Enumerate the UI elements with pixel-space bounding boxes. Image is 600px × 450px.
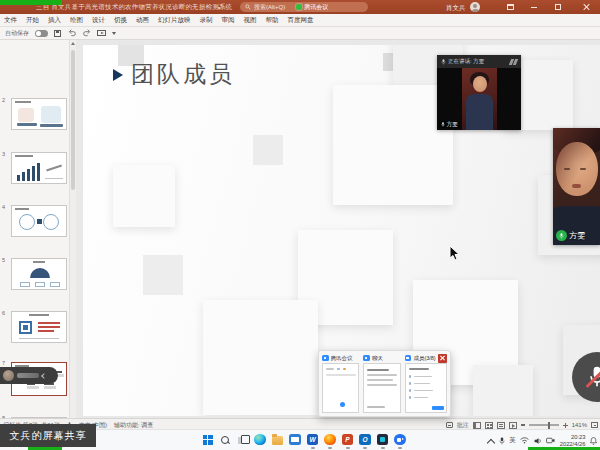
search-input[interactable]: 搜索(Alt+Q) 腾讯会议 xyxy=(240,2,368,12)
slideshow-view-icon[interactable] xyxy=(509,422,517,429)
title-bullet-triangle-icon xyxy=(113,69,123,81)
preview-chat[interactable]: 聊天 xyxy=(363,353,400,414)
taskbar-icon-edge[interactable] xyxy=(254,433,267,446)
tab-help[interactable]: 帮助 xyxy=(266,16,279,25)
slide-thumbnail-5[interactable] xyxy=(11,258,67,290)
speaking-header: 正在讲话: 方雯 xyxy=(437,55,521,68)
volume-icon[interactable] xyxy=(534,437,542,445)
camera-icon[interactable] xyxy=(546,437,555,444)
fit-slide-icon[interactable] xyxy=(591,422,598,428)
document-title: 三自 肖文兵基于高光谱技术的农作物营养状况诊断的无损检测系统 xyxy=(36,3,232,12)
undo-icon[interactable] xyxy=(67,29,76,38)
folder-icon xyxy=(272,436,284,445)
tray-mic-icon[interactable] xyxy=(499,437,505,445)
qat-dropdown-icon[interactable] xyxy=(112,32,116,35)
save-icon[interactable] xyxy=(54,30,61,37)
media-app-icon xyxy=(377,434,389,446)
taskbar-icon-start[interactable] xyxy=(201,433,214,446)
slide-title-block[interactable]: 团队成员 xyxy=(113,59,235,90)
zoom-level[interactable]: 141% xyxy=(572,422,587,428)
tab-animations[interactable]: 动画 xyxy=(136,16,149,25)
scroll-up-icon[interactable] xyxy=(71,42,75,45)
floating-notification-pill[interactable] xyxy=(0,367,58,384)
edge-icon xyxy=(254,434,266,446)
reading-view-icon[interactable] xyxy=(497,422,505,429)
taskbar-icon-firefox[interactable] xyxy=(324,433,337,446)
task-view-icon xyxy=(238,435,248,445)
close-button[interactable] xyxy=(578,0,594,14)
slide-thumbnail-6[interactable] xyxy=(11,311,67,343)
preview-thumbnail[interactable] xyxy=(322,363,359,413)
account-avatar[interactable] xyxy=(470,2,480,12)
input-method-indicator[interactable]: 英 xyxy=(509,436,516,445)
wifi-icon[interactable] xyxy=(520,437,529,444)
mail-icon xyxy=(289,434,301,446)
taskbar-icon-media-app[interactable] xyxy=(376,433,389,446)
notification-bell-icon[interactable] xyxy=(590,437,597,445)
panel-scrollbar[interactable] xyxy=(69,40,76,418)
speaker-video-thumbnail[interactable]: 方雯 xyxy=(437,68,521,130)
ribbon-display-options-button[interactable] xyxy=(502,0,518,14)
maximize-button[interactable] xyxy=(550,0,566,14)
mic-active-icon xyxy=(556,230,567,241)
outlook-icon: O xyxy=(359,434,371,446)
slide-thumbnail-2[interactable] xyxy=(11,98,67,130)
minimize-button[interactable] xyxy=(526,0,542,14)
normal-view-icon[interactable] xyxy=(473,422,481,429)
slide-number: 2 xyxy=(2,97,5,103)
preview-thumbnail[interactable] xyxy=(363,363,400,413)
taskbar-icon-word[interactable]: W xyxy=(306,433,319,446)
taskbar-icon-task-view[interactable] xyxy=(236,433,249,446)
tab-baidu-netdisk[interactable]: 百度网盘 xyxy=(288,16,314,25)
tab-review[interactable]: 审阅 xyxy=(222,16,235,25)
taskbar-icon-mail[interactable] xyxy=(289,433,302,446)
mic-icon xyxy=(441,59,446,65)
preview-members[interactable]: 成员(3/8) xyxy=(405,353,447,414)
speaker-name-tag: 方雯 xyxy=(439,121,460,128)
minimize-icon xyxy=(531,7,537,8)
zoom-out-icon[interactable] xyxy=(521,424,525,425)
screen-share-banner[interactable]: 文兵的屏幕共享 xyxy=(0,424,96,447)
close-preview-button[interactable] xyxy=(438,354,447,363)
preview-thumbnail[interactable] xyxy=(405,363,447,413)
slide-sorter-view-icon[interactable] xyxy=(485,422,493,429)
tab-home[interactable]: 开始 xyxy=(26,16,39,25)
tab-file[interactable]: 文件 xyxy=(4,16,17,25)
slide-thumbnail-3[interactable] xyxy=(11,152,67,184)
slide-thumbnail-4[interactable] xyxy=(11,205,67,237)
tab-view[interactable]: 视图 xyxy=(244,16,257,25)
autosave-toggle[interactable] xyxy=(35,30,48,37)
taskbar-icon-file-explorer[interactable] xyxy=(271,433,284,446)
slideshow-from-start-icon[interactable] xyxy=(97,30,106,37)
tab-design[interactable]: 设计 xyxy=(92,16,105,25)
tab-slideshow[interactable]: 幻灯片放映 xyxy=(158,16,191,25)
tray-expand-icon[interactable] xyxy=(488,438,494,444)
speaking-label: 正在讲话: 方雯 xyxy=(448,58,484,65)
tab-insert[interactable]: 插入 xyxy=(48,16,61,25)
taskbar-icon-search[interactable] xyxy=(219,433,232,446)
search-placeholder: 搜索(Alt+Q) xyxy=(254,3,285,12)
tab-record[interactable]: 录制 xyxy=(200,16,213,25)
account-name[interactable]: 肖文兵 xyxy=(446,4,466,13)
taskbar-icon-tencent-meeting[interactable] xyxy=(394,433,407,446)
zoom-in-icon[interactable] xyxy=(563,423,568,428)
mic-icon xyxy=(441,122,445,127)
chevron-left-icon[interactable] xyxy=(41,373,47,379)
tencent-meeting-indicator-chip[interactable]: 腾讯会议 xyxy=(296,3,328,12)
notes-icon[interactable] xyxy=(446,422,453,428)
scrollbar-thumb[interactable] xyxy=(71,50,75,190)
ribbon-display-icon xyxy=(507,4,514,10)
taskbar-icon-powerpoint[interactable]: P xyxy=(341,433,354,446)
redo-icon[interactable] xyxy=(82,29,91,38)
collapse-icon[interactable] xyxy=(510,59,517,65)
taskbar-icon-outlook[interactable]: O xyxy=(359,433,372,446)
meeting-speaker-panel[interactable]: 正在讲话: 方雯 方雯 xyxy=(437,55,521,130)
slide-number: 6 xyxy=(2,310,5,316)
preview-tencent-meeting[interactable]: 腾讯会议 xyxy=(322,353,359,414)
zoom-slider-thumb[interactable] xyxy=(548,422,551,429)
participant-video[interactable]: 方雯 xyxy=(553,128,600,245)
tab-transitions[interactable]: 切换 xyxy=(114,16,127,25)
zoom-slider[interactable] xyxy=(529,424,559,425)
taskbar-clock[interactable]: 20:23 2022/4/26 xyxy=(560,434,586,448)
tab-draw[interactable]: 绘图 xyxy=(70,16,83,25)
